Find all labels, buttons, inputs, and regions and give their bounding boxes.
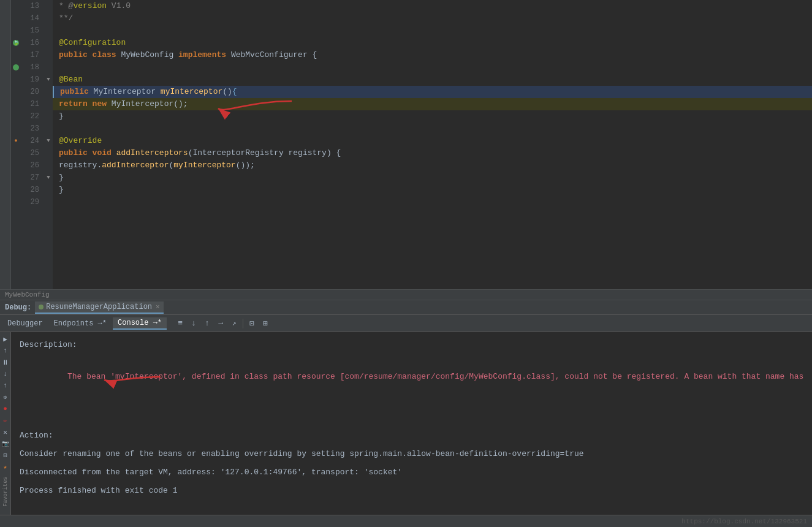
console-line-action: Action: xyxy=(20,429,803,442)
debug-bar: Debug: ResumeManagerApplication × xyxy=(0,300,812,315)
debug-toolbar: Debugger Endpoints →* Console →* ≡ ↓ ↑ →… xyxy=(0,315,812,332)
tab-console[interactable]: Console →* xyxy=(113,317,167,330)
stop-down-icon[interactable]: ↓ xyxy=(1,370,10,378)
screenshot-icon[interactable]: 📷 xyxy=(1,439,10,448)
gutter-icon-19 xyxy=(11,74,21,86)
grid-icon[interactable]: ⊡ xyxy=(1,451,10,460)
code-line-13: * @version V1.0 xyxy=(53,0,812,12)
console-output[interactable]: Description: The bean 'myInterceptor', d… xyxy=(11,332,812,515)
gutter-icon-17 xyxy=(11,49,21,61)
tab-endpoints[interactable]: Endpoints →* xyxy=(49,318,112,329)
code-line-25: public void addInterceptors(InterceptorR… xyxy=(53,147,812,159)
line-numbers-gutter: 🍃 ● 13 xyxy=(11,0,53,289)
code-line-20: public MyInterceptor myInterceptor(){ xyxy=(53,86,812,98)
code-line-24: @Override xyxy=(53,135,812,147)
code-line-22: } xyxy=(53,110,812,123)
run-icon[interactable]: ▶ xyxy=(1,335,10,343)
tb-step-out[interactable]: ↑ xyxy=(201,317,213,330)
code-line-16: @Configuration xyxy=(53,37,812,49)
console-line-consider: Consider renaming one of the beans or en… xyxy=(20,447,803,461)
debug-session-tab[interactable]: ResumeManagerApplication × xyxy=(35,301,163,314)
console-line-description: Description: xyxy=(20,338,803,352)
editor-filename: MyWebConfig xyxy=(5,291,50,298)
gutter-icon-15 xyxy=(11,25,21,37)
gutter-icon-28 xyxy=(11,184,21,196)
code-line-19: @Bean xyxy=(53,74,812,86)
debug-panel: Debug: ResumeManagerApplication × Debugg… xyxy=(0,300,812,527)
gutter-icon-29 xyxy=(11,196,21,208)
code-line-27: } xyxy=(53,172,812,184)
gutter-icon-14 xyxy=(11,12,21,25)
console-left-icons: ▶ ↑ ⏸ ↓ ↑ ⚙ ● ✏ ✕ 📷 ⊡ ★ Favorites xyxy=(0,332,11,515)
gutter-icon-16: 🍃 xyxy=(11,37,21,49)
code-line-17: public class MyWebConfig implements WebM… xyxy=(53,49,812,61)
debug-label: Debug: xyxy=(5,303,31,312)
editor-area: 🍃 ● 13 xyxy=(0,0,812,300)
star-icon[interactable]: ★ xyxy=(1,463,10,471)
code-line-23 xyxy=(53,123,812,135)
gutter-icon-20 xyxy=(11,86,21,98)
far-left-strip xyxy=(0,0,11,289)
tb-show-frames[interactable]: ⊞ xyxy=(259,317,271,330)
code-line-18 xyxy=(53,61,812,74)
pause-icon[interactable]: ⏸ xyxy=(1,358,10,366)
console-line-error: The bean 'myInterceptor', defined in cla… xyxy=(20,357,803,424)
line-numbers: 13 14 15 16 17 18 19 20 21 22 23 24 25 2… xyxy=(21,0,44,289)
gutter-icon-21 xyxy=(11,98,21,110)
session-close-icon[interactable]: × xyxy=(156,303,160,311)
gutter-icon-22 xyxy=(11,110,21,123)
code-content[interactable]: * @version V1.0 **/ @Configuration publi… xyxy=(53,0,812,289)
add-filter-icon[interactable]: ● xyxy=(1,404,10,413)
status-bar: https://blog.csdn.net/132963521 xyxy=(0,515,812,527)
gutter-icon-18 xyxy=(11,61,21,74)
session-name: ResumeManagerApplication xyxy=(46,303,152,311)
tb-mute-bp[interactable]: ⊡ xyxy=(246,317,258,330)
favorites-label: Favorites xyxy=(2,477,9,507)
code-line-15 xyxy=(53,25,812,37)
tab-debugger[interactable]: Debugger xyxy=(2,318,48,329)
gutter-icon-13 xyxy=(11,0,21,12)
reset-icon[interactable]: ↑ xyxy=(1,381,10,390)
console-red-arrow xyxy=(99,368,191,392)
console-line-disconnected: Disconnected from the target VM, address… xyxy=(20,466,803,479)
fold-gutter: ▼ ▼ ▼ xyxy=(44,0,53,289)
filename-bar: MyWebConfig xyxy=(0,289,812,300)
up-icon[interactable]: ↑ xyxy=(1,346,10,355)
gutter-icon-26 xyxy=(11,159,21,172)
console-line-process: Process finished with exit code 1 xyxy=(20,484,803,498)
remove-icon[interactable]: ✕ xyxy=(1,428,10,436)
tb-step-into[interactable]: ↓ xyxy=(188,317,200,330)
gutter-icon-24: ● xyxy=(11,135,21,147)
code-line-29 xyxy=(53,196,812,208)
code-line-26: registry.addInterceptor(myInterceptor())… xyxy=(53,159,812,172)
tb-eval[interactable]: ↗ xyxy=(228,317,240,330)
status-url: https://blog.csdn.net/132963521 xyxy=(681,518,807,525)
settings-icon[interactable]: ⚙ xyxy=(1,393,10,401)
tb-run-cursor[interactable]: → xyxy=(214,317,227,330)
code-line-21: return new MyInterceptor(); xyxy=(53,98,812,110)
code-line-14: **/ xyxy=(53,12,812,25)
code-line-28: } xyxy=(53,184,812,196)
edit-icon[interactable]: ✏ xyxy=(1,416,10,425)
tb-step-over[interactable]: ≡ xyxy=(174,317,186,330)
gutter-icon-23 xyxy=(11,123,21,135)
gutter-icon-27 xyxy=(11,172,21,184)
gutter-icon-25 xyxy=(11,147,21,159)
